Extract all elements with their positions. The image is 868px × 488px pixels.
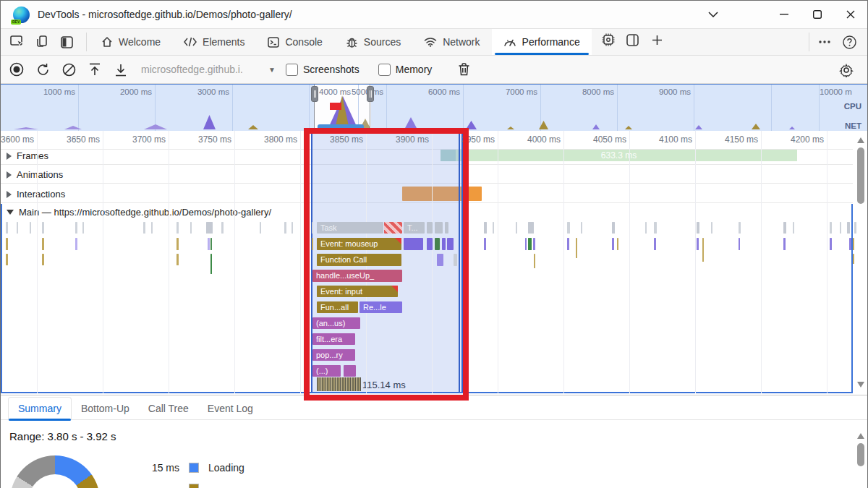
flame-tick[interactable]: [30, 222, 31, 234]
flame-tick[interactable]: [853, 238, 854, 250]
flame-tick[interactable]: [654, 238, 656, 250]
flame-tick[interactable]: [702, 238, 704, 262]
close-button[interactable]: [834, 1, 867, 28]
frame-duration-bar[interactable]: 633.3 ms: [441, 150, 797, 161]
flame-tick[interactable]: [6, 254, 8, 265]
flame-tick[interactable]: [697, 238, 699, 250]
flame-tick[interactable]: [210, 254, 212, 274]
tab-elements[interactable]: Elements: [172, 29, 256, 55]
device-emulation-icon[interactable]: [30, 31, 54, 53]
clear-icon[interactable]: [56, 58, 82, 81]
profile-dropdown-icon[interactable]: ▼: [268, 66, 276, 74]
chevron-down-icon[interactable]: [697, 1, 730, 28]
flame-tick[interactable]: [516, 222, 517, 234]
flame-tick[interactable]: [75, 238, 77, 250]
collapse-arrow-icon[interactable]: [7, 153, 12, 160]
track-frames[interactable]: Frames: [7, 150, 48, 161]
screenshots-checkbox[interactable]: Screenshots: [286, 64, 359, 76]
activity-bar-toggle-icon[interactable]: [54, 31, 79, 53]
flame-tick[interactable]: [612, 222, 615, 234]
memory-checkbox[interactable]: Memory: [378, 64, 433, 76]
reload-record-icon[interactable]: [30, 58, 56, 81]
dock-panel-icon[interactable]: [621, 29, 645, 51]
tab-performance[interactable]: Performance: [492, 29, 592, 55]
flame-tick[interactable]: [528, 238, 532, 250]
flame-tick[interactable]: [783, 238, 786, 250]
tab-sources[interactable]: Sources: [334, 29, 412, 55]
flame-tick[interactable]: [42, 222, 44, 234]
memory-chip-icon[interactable]: [596, 29, 621, 51]
flame-tick[interactable]: [854, 222, 856, 234]
load-profile-icon[interactable]: [82, 58, 108, 81]
track-animations[interactable]: Animations: [7, 169, 63, 180]
flame-tick[interactable]: [143, 222, 145, 234]
save-profile-icon[interactable]: [108, 58, 134, 81]
flame-tick[interactable]: [210, 238, 212, 250]
tab-event-log[interactable]: Event Log: [198, 398, 263, 419]
flame-tick[interactable]: [284, 222, 286, 234]
help-icon[interactable]: [837, 31, 861, 53]
selection-handle[interactable]: [367, 86, 374, 102]
flame-tick[interactable]: [830, 238, 832, 250]
flame-tick[interactable]: [17, 222, 18, 234]
flame-tick[interactable]: [176, 222, 179, 234]
tab-welcome[interactable]: Welcome: [90, 29, 172, 55]
checkbox-box[interactable]: [378, 64, 391, 76]
scrollbar-thumb[interactable]: [857, 147, 864, 204]
flame-tick[interactable]: [567, 238, 569, 250]
flame-tick[interactable]: [75, 222, 77, 234]
flame-tick[interactable]: [292, 222, 293, 234]
flame-tick[interactable]: [793, 222, 794, 234]
flame-tick[interactable]: [840, 222, 841, 234]
record-icon[interactable]: [4, 58, 30, 81]
flame-tick[interactable]: [849, 238, 851, 250]
flame-tick[interactable]: [711, 222, 712, 234]
flame-tick[interactable]: [645, 222, 647, 234]
flame-tick[interactable]: [576, 238, 577, 258]
add-tab-icon[interactable]: [645, 29, 670, 51]
flame-tick[interactable]: [208, 238, 210, 250]
flame-tick[interactable]: [853, 254, 854, 264]
capture-settings-gear-icon[interactable]: [834, 59, 859, 82]
flame-tick[interactable]: [484, 222, 487, 234]
trash-icon[interactable]: [451, 58, 477, 81]
tab-network[interactable]: Network: [412, 29, 491, 55]
flame-tick[interactable]: [260, 222, 261, 234]
timeline-overview[interactable]: CPU NET 1000 ms2000 ms3000 ms5000 ms6000…: [1, 84, 867, 132]
flame-tick[interactable]: [6, 238, 8, 250]
flame-tick[interactable]: [654, 222, 657, 234]
flame-tick[interactable]: [617, 238, 618, 250]
flame-tick[interactable]: [190, 222, 192, 234]
selection-handle[interactable]: [311, 86, 318, 102]
collapse-arrow-icon[interactable]: [7, 191, 12, 198]
track-main[interactable]: Main — https://microsoftedge.github.io/D…: [7, 207, 271, 218]
flame-tick[interactable]: [581, 222, 582, 234]
flame-tick[interactable]: [525, 238, 527, 250]
collapse-arrow-icon[interactable]: [7, 171, 12, 179]
maximize-button[interactable]: [801, 1, 834, 28]
flame-tick[interactable]: [739, 238, 740, 250]
checkbox-box[interactable]: [286, 64, 298, 76]
flame-scrollbar[interactable]: [855, 131, 867, 393]
tab-call-tree[interactable]: Call Tree: [139, 398, 198, 419]
flame-tick[interactable]: [484, 238, 486, 250]
flame-tick[interactable]: [567, 222, 570, 234]
flame-tick[interactable]: [151, 222, 153, 234]
flame-tick[interactable]: [534, 254, 535, 268]
scrollbar-thumb[interactable]: [857, 443, 864, 466]
scroll-up-arrow[interactable]: [857, 137, 864, 143]
flame-tick[interactable]: [82, 222, 84, 234]
flame-tick[interactable]: [206, 222, 213, 234]
flame-tick[interactable]: [612, 238, 614, 250]
flame-tick[interactable]: [6, 222, 8, 234]
flame-tick[interactable]: [739, 222, 741, 234]
profile-name[interactable]: microsoftedge.github.i...: [141, 64, 242, 75]
flame-tick[interactable]: [830, 222, 832, 234]
more-options-icon[interactable]: [812, 31, 837, 53]
flame-tick[interactable]: [493, 222, 494, 234]
flame-tick[interactable]: [42, 238, 44, 250]
summary-scrollbar[interactable]: [855, 432, 867, 488]
flame-tick[interactable]: [221, 222, 224, 234]
scroll-down-arrow[interactable]: [857, 382, 864, 388]
minimize-button[interactable]: [767, 1, 801, 28]
